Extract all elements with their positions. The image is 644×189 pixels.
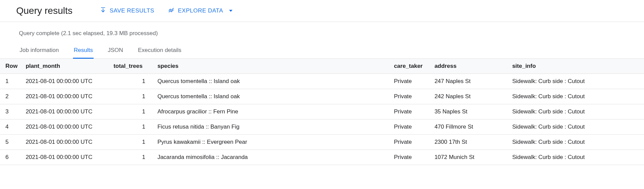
- cell-total-trees: 1: [109, 104, 153, 119]
- cell-site-info: Sidewalk: Curb side : Cutout: [508, 135, 644, 150]
- header-bar: Query results SAVE RESULTS EXPLORE DATA: [0, 0, 644, 22]
- table-row: 12021-08-01 00:00:00 UTC1Quercus tomente…: [0, 74, 644, 89]
- cell-site-info: Sidewalk: Curb side : Cutout: [508, 89, 644, 104]
- cell-species: Afrocarpus gracilior :: Fern Pine: [153, 104, 390, 119]
- chart-icon: [168, 7, 174, 15]
- cell-care-taker: Private: [390, 150, 430, 165]
- download-icon: [100, 7, 106, 15]
- cell-total-trees: 1: [109, 135, 153, 150]
- tab-job-information[interactable]: Job information: [19, 44, 59, 58]
- cell-address: 2300 17th St: [430, 135, 508, 150]
- col-header-total-trees: total_trees: [109, 59, 153, 74]
- cell-address: 470 Fillmore St: [430, 119, 508, 135]
- cell-care-taker: Private: [390, 104, 430, 119]
- page-title: Query results: [16, 5, 73, 16]
- cell-total-trees: 1: [109, 119, 153, 135]
- cell-care-taker: Private: [390, 74, 430, 89]
- explore-data-button[interactable]: EXPLORE DATA: [168, 7, 232, 15]
- cell-plant-month: 2021-08-01 00:00:00 UTC: [22, 104, 109, 119]
- cell-row: 3: [0, 104, 22, 119]
- cell-row: 4: [0, 119, 22, 135]
- cell-care-taker: Private: [390, 119, 430, 135]
- cell-row: 2: [0, 89, 22, 104]
- dropdown-arrow-icon: [229, 10, 232, 12]
- cell-species: Jacaranda mimosifolia :: Jacaranda: [153, 150, 390, 165]
- cell-site-info: Sidewalk: Curb side : Cutout: [508, 104, 644, 119]
- cell-species: Ficus retusa nitida :: Banyan Fig: [153, 119, 390, 135]
- col-header-address: address: [430, 59, 508, 74]
- table-row: 22021-08-01 00:00:00 UTC1Quercus tomente…: [0, 89, 644, 104]
- col-header-site-info: site_info: [508, 59, 644, 74]
- col-header-plant-month: plant_month: [22, 59, 109, 74]
- cell-plant-month: 2021-08-01 00:00:00 UTC: [22, 150, 109, 165]
- cell-care-taker: Private: [390, 135, 430, 150]
- cell-plant-month: 2021-08-01 00:00:00 UTC: [22, 119, 109, 135]
- col-header-care-taker: care_taker: [390, 59, 430, 74]
- cell-site-info: Sidewalk: Curb side : Cutout: [508, 74, 644, 89]
- cell-row: 5: [0, 135, 22, 150]
- cell-species: Quercus tomentella :: Island oak: [153, 89, 390, 104]
- col-header-species: species: [153, 59, 390, 74]
- cell-total-trees: 1: [109, 89, 153, 104]
- cell-total-trees: 1: [109, 150, 153, 165]
- table-row: 42021-08-01 00:00:00 UTC1Ficus retusa ni…: [0, 119, 644, 135]
- cell-row: 6: [0, 150, 22, 165]
- results-table: Row plant_month total_trees species care…: [0, 59, 644, 165]
- cell-row: 1: [0, 74, 22, 89]
- col-header-row: Row: [0, 59, 22, 74]
- table-row: 52021-08-01 00:00:00 UTC1Pyrus kawakamii…: [0, 135, 644, 150]
- table-row: 32021-08-01 00:00:00 UTC1Afrocarpus grac…: [0, 104, 644, 119]
- cell-species: Quercus tomentella :: Island oak: [153, 74, 390, 89]
- explore-data-label: EXPLORE DATA: [178, 7, 223, 14]
- cell-plant-month: 2021-08-01 00:00:00 UTC: [22, 89, 109, 104]
- cell-address: 35 Naples St: [430, 104, 508, 119]
- save-results-button[interactable]: SAVE RESULTS: [100, 7, 154, 15]
- table-header-row: Row plant_month total_trees species care…: [0, 59, 644, 74]
- cell-site-info: Sidewalk: Curb side : Cutout: [508, 119, 644, 135]
- save-results-label: SAVE RESULTS: [110, 7, 154, 14]
- tab-results[interactable]: Results: [73, 44, 94, 58]
- query-status: Query complete (2.1 sec elapsed, 19.3 MB…: [0, 22, 644, 44]
- cell-care-taker: Private: [390, 89, 430, 104]
- cell-address: 1072 Munich St: [430, 150, 508, 165]
- table-row: 62021-08-01 00:00:00 UTC1Jacaranda mimos…: [0, 150, 644, 165]
- cell-species: Pyrus kawakamii :: Evergreen Pear: [153, 135, 390, 150]
- cell-address: 242 Naples St: [430, 89, 508, 104]
- tabs-bar: Job information Results JSON Execution d…: [0, 44, 644, 59]
- cell-site-info: Sidewalk: Curb side : Cutout: [508, 150, 644, 165]
- tab-json[interactable]: JSON: [107, 44, 124, 58]
- tab-execution-details[interactable]: Execution details: [137, 44, 182, 58]
- cell-total-trees: 1: [109, 74, 153, 89]
- cell-plant-month: 2021-08-01 00:00:00 UTC: [22, 135, 109, 150]
- cell-address: 247 Naples St: [430, 74, 508, 89]
- cell-plant-month: 2021-08-01 00:00:00 UTC: [22, 74, 109, 89]
